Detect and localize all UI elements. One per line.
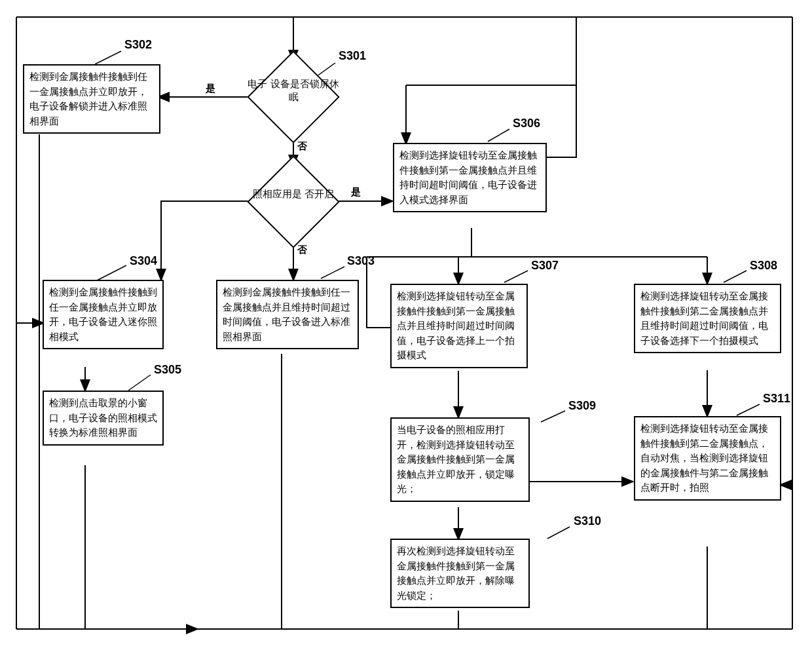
label-s305: S305 <box>154 363 181 377</box>
label-s303: S303 <box>347 254 375 268</box>
box-s311-text: 检测到选择旋钮转动至金属接触件接触到第二金属接触点，自动对焦，当检测到选择旋钮的… <box>640 423 768 493</box>
svg-line-38 <box>724 271 747 282</box>
edge-no-1: 否 <box>297 140 307 153</box>
box-s306: 检测到选择旋钮转动至金属接触件接触到第一金属接触点并且维持时间超时间阈值，电子设… <box>393 143 547 212</box>
box-s304: 检测到金属接触件接触到任一金属接触点并立即放开，电子设备进入迷你照相模式 <box>43 280 164 349</box>
svg-line-35 <box>128 375 151 391</box>
svg-line-36 <box>488 129 509 142</box>
box-s307: 检测到选择旋钮转动至金属接触件接触到第一金属接触点并且维持时间超过时间阈值，电子… <box>390 284 528 368</box>
label-s302: S302 <box>124 38 152 52</box>
box-s302-text: 检测到金属接触件接触到任一金属接触点并立即放开，电子设备解锁并进入标准照相界面 <box>29 71 147 126</box>
edge-yes-1: 是 <box>206 83 215 95</box>
box-s303: 检测到金属接触件接触到任一金属接触点并且维持时间超过时间阈值，电子设备进入标准照… <box>216 280 359 349</box>
label-s311: S311 <box>763 392 790 406</box>
box-s306-text: 检测到选择旋钮转动至金属接触件接触到第一金属接触点并且维持时间超时间阈值，电子设… <box>399 149 537 205</box>
label-s308: S308 <box>750 259 777 273</box>
label-s304: S304 <box>130 254 157 268</box>
box-s308: 检测到选择旋钮转动至金属接触件接触到第二金属接触点并且维持时间超过时间阈值，电子… <box>634 284 781 353</box>
flowchart-canvas: 电子 设备是否锁屏休 眠 照相应用是 否开启 是 否 是 否 检测到金属接触件接… <box>0 0 812 650</box>
box-s309: 当电子设备的照相应用打开，检测到选择旋钮转动至金属接触件接触到第一金属接触点并立… <box>390 417 530 502</box>
decision-d2 <box>247 155 339 248</box>
box-s307-text: 检测到选择旋钮转动至金属接触件接触到第一金属接触点并且维持时间超过时间阈值，电子… <box>397 290 515 360</box>
box-s311: 检测到选择旋钮转动至金属接触件接触到第二金属接触点，自动对焦，当检测到选择旋钮的… <box>634 416 781 501</box>
box-s310-text: 再次检测到选择旋钮转动至金属接触件接触到第一金属接触点并立即放开，解除曝光锁定； <box>397 545 515 601</box>
box-s302: 检测到金属接触件接触到任一金属接触点并立即放开，电子设备解锁并进入标准照相界面 <box>23 64 160 134</box>
decision-d1-text: 电子 设备是否锁屏休 眠 <box>248 77 339 103</box>
svg-line-34 <box>321 267 344 278</box>
box-s304-text: 检测到金属接触件接触到任一金属接触点并立即放开，电子设备进入迷你照相模式 <box>49 286 157 342</box>
label-s307: S307 <box>531 259 559 273</box>
box-s303-text: 检测到金属接触件接触到任一金属接触点并且维持时间超过时间阈值，电子设备进入标准照… <box>223 286 350 342</box>
box-s310: 再次检测到选择旋钮转动至金属接触件接触到第一金属接触点并立即放开，解除曝光锁定； <box>390 539 530 608</box>
svg-line-41 <box>737 404 760 415</box>
box-s309-text: 当电子设备的照相应用打开，检测到选择旋钮转动至金属接触件接触到第一金属接触点并立… <box>397 424 515 494</box>
svg-line-33 <box>97 265 126 280</box>
edge-yes-2: 是 <box>351 186 361 199</box>
label-s301: S301 <box>339 49 366 63</box>
box-s305-text: 检测到点击取景的小窗口，电子设备的照相模式转换为标准照相界面 <box>49 397 157 438</box>
svg-line-37 <box>504 271 528 282</box>
box-s305: 检测到点击取景的小窗口，电子设备的照相模式转换为标准照相界面 <box>43 391 164 446</box>
decision-d2-text: 照相应用是 否开启 <box>248 187 339 201</box>
svg-line-31 <box>95 51 121 64</box>
svg-line-40 <box>547 527 570 539</box>
svg-line-39 <box>541 411 565 422</box>
label-s306: S306 <box>513 117 540 130</box>
label-s310: S310 <box>574 514 601 528</box>
label-s309: S309 <box>568 399 596 413</box>
box-s308-text: 检测到选择旋钮转动至金属接触件接触到第二金属接触点并且维持时间超过时间阈值，电子… <box>640 290 768 346</box>
edge-no-2: 否 <box>297 244 307 256</box>
